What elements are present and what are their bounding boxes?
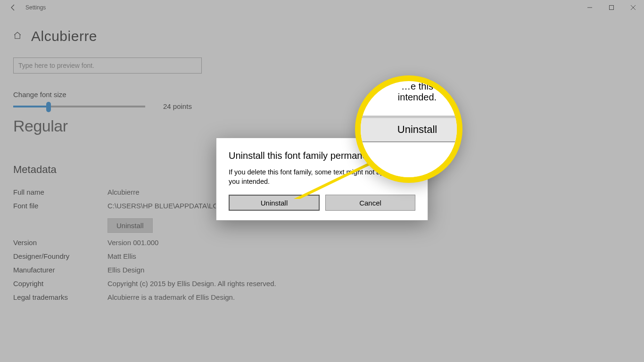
meta-val: Copyright (c) 2015 by Ellis Design. All … (107, 280, 276, 288)
meta-key: Manufacturer (13, 266, 107, 274)
close-button[interactable] (622, 0, 644, 15)
callout-magnifier: …e this intended. Uninstall (355, 75, 462, 183)
meta-val: Matt Ellis (107, 252, 136, 260)
uninstall-button[interactable]: Uninstall (107, 218, 153, 233)
meta-val: Alcubierre (107, 188, 140, 196)
meta-key (13, 215, 107, 233)
font-size-slider[interactable] (13, 106, 145, 107)
slider-fill (13, 106, 49, 107)
meta-row-designer: Designer/Foundry Matt Ellis (13, 249, 631, 263)
sample-text: Regular (13, 117, 631, 135)
meta-val: Alcubierre is a trademark of Ellis Desig… (107, 293, 235, 301)
svg-rect-1 (610, 6, 614, 10)
back-button[interactable] (4, 0, 23, 15)
dialog-uninstall-button[interactable]: Uninstall (229, 195, 320, 211)
meta-val: Ellis Design (107, 266, 144, 274)
meta-row-copyright: Copyright Copyright (c) 2015 by Ellis De… (13, 277, 631, 290)
window-controls (579, 0, 644, 15)
preview-input[interactable] (13, 58, 202, 74)
home-icon[interactable] (13, 31, 22, 41)
meta-val: Uninstall (107, 215, 153, 233)
callout-uninstall-button: Uninstall (355, 117, 462, 142)
maximize-button[interactable] (601, 0, 622, 15)
dialog-cancel-button[interactable]: Cancel (325, 195, 415, 211)
font-size-label: Change font size (13, 90, 631, 99)
meta-row-version: Version Version 001.000 (13, 236, 631, 249)
titlebar: Settings (0, 0, 644, 15)
meta-key: Full name (13, 188, 107, 196)
meta-key: Legal trademarks (13, 293, 107, 301)
app-title: Settings (25, 4, 46, 11)
meta-val: Version 001.000 (107, 239, 158, 247)
meta-key: Font file (13, 202, 107, 210)
page-title: Alcubierre (31, 28, 97, 44)
minimize-button[interactable] (579, 0, 601, 15)
meta-key: Version (13, 239, 107, 247)
meta-row-trademarks: Legal trademarks Alcubierre is a tradema… (13, 290, 631, 304)
callout-text-2: intended. (355, 92, 462, 103)
meta-row-manufacturer: Manufacturer Ellis Design (13, 263, 631, 277)
meta-key: Copyright (13, 280, 107, 288)
meta-key: Designer/Foundry (13, 252, 107, 260)
font-size-value: 24 points (163, 102, 192, 110)
slider-thumb[interactable] (46, 102, 51, 112)
